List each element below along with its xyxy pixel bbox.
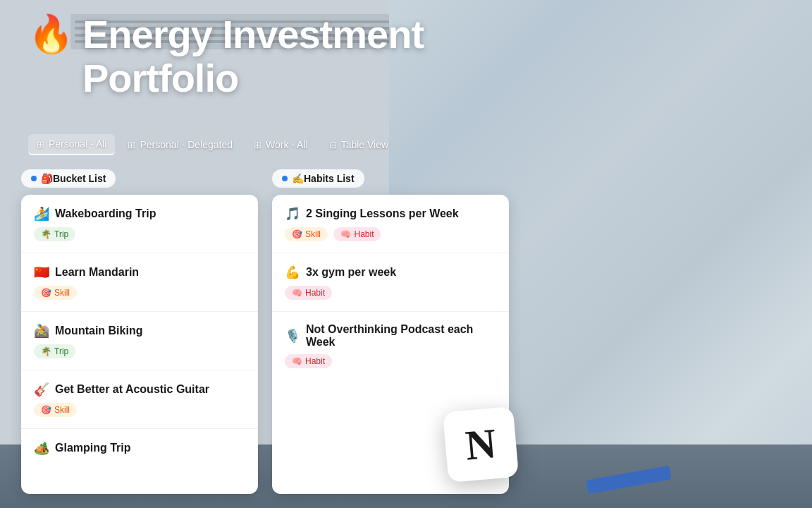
tag-label-trip-biking: Trip xyxy=(54,346,68,356)
tab-label-personal-ali: Personal - Ali xyxy=(49,138,106,150)
emoji-podcast: 🎙️ xyxy=(285,328,300,344)
fire-emoji: 🔥 xyxy=(28,16,74,52)
title-text-block: Energy Investment Portfolio xyxy=(82,13,424,99)
bucket-list-item-biking[interactable]: 🚵 Mountain Biking 🌴 Trip xyxy=(21,312,258,370)
habits-header-dot xyxy=(282,176,288,181)
tag-emoji-skill: 🎯 xyxy=(41,288,51,298)
tag-trip-wakeboarding[interactable]: 🌴 Trip xyxy=(34,227,75,241)
title-biking: Mountain Biking xyxy=(55,325,142,337)
tag-label-skill-guitar: Skill xyxy=(54,405,70,415)
tag-skill-singing[interactable]: 🎯 Skill xyxy=(285,227,328,241)
tab-label-work-all: Work - All xyxy=(266,139,308,150)
habits-list-header[interactable]: ✍️Habits List xyxy=(272,169,364,188)
tag-label-trip: Trip xyxy=(54,229,68,239)
title-line-2: Portfolio xyxy=(82,56,424,100)
card-title-mandarin: 🇨🇳 Learn Mandarin xyxy=(34,265,245,280)
title-line: 🔥 Energy Investment Portfolio xyxy=(28,13,516,99)
header-dot xyxy=(31,176,37,181)
habit-item-podcast[interactable]: 🎙️ Not Overthinking Podcast each Week 🧠 … xyxy=(272,312,509,380)
card-title-podcast: 🎙️ Not Overthinking Podcast each Week xyxy=(285,323,496,349)
tab-personal-ali[interactable]: ⊞ Personal - Ali xyxy=(28,134,115,155)
tag-label-habit-podcast: Habit xyxy=(305,356,325,366)
tag-emoji-habit-singing: 🧠 xyxy=(340,229,351,239)
tag-trip-biking[interactable]: 🌴 Trip xyxy=(34,344,75,358)
tabs-bar: ⊞ Personal - Ali ⊞ Personal - Delegated … xyxy=(28,134,397,155)
bucket-list-item-guitar[interactable]: 🎸 Get Better at Acoustic Guitar 🎯 Skill xyxy=(21,370,258,429)
emoji-singing: 🎵 xyxy=(285,206,300,222)
bucket-list-item-glamping[interactable]: 🏕️ Glamping Trip xyxy=(21,429,258,473)
tag-emoji-habit-podcast: 🧠 xyxy=(292,356,302,366)
title-glamping: Glamping Trip xyxy=(55,442,131,454)
tag-label-skill: Skill xyxy=(54,288,70,298)
tab-icon-personal-delegated: ⊞ xyxy=(128,140,135,150)
tag-skill-guitar[interactable]: 🎯 Skill xyxy=(34,403,77,417)
tag-emoji-trip: 🌴 xyxy=(41,229,51,239)
tag-habit-podcast[interactable]: 🧠 Habit xyxy=(285,354,332,368)
tag-emoji-habit-gym: 🧠 xyxy=(292,288,302,298)
bucket-list-item-wakeboarding[interactable]: 🏄 Wakeboarding Trip 🌴 Trip xyxy=(21,195,258,253)
tab-label-table-view: Table View xyxy=(341,139,388,150)
emoji-wakeboarding: 🏄 xyxy=(34,206,49,222)
emoji-mandarin: 🇨🇳 xyxy=(34,265,49,280)
tab-icon-personal-ali: ⊞ xyxy=(37,139,44,150)
tab-personal-delegated[interactable]: ⊞ Personal - Delegated xyxy=(119,135,241,155)
tag-habit-singing[interactable]: 🧠 Habit xyxy=(333,227,381,241)
emoji-guitar: 🎸 xyxy=(34,382,49,397)
notion-logo: N xyxy=(443,406,519,483)
title-singing: 2 Singing Lessons per Week xyxy=(306,207,459,220)
title-wakeboarding: Wakeboarding Trip xyxy=(55,207,156,220)
tag-emoji-trip-biking: 🌴 xyxy=(41,346,51,356)
tab-icon-work-all: ⊞ xyxy=(254,140,262,150)
tab-label-personal-delegated: Personal - Delegated xyxy=(140,139,233,150)
tab-icon-table-view: ⊟ xyxy=(329,140,337,150)
title-area: 🔥 Energy Investment Portfolio xyxy=(28,13,516,99)
content-area: 🎒Bucket List 🏄 Wakeboarding Trip 🌴 Trip xyxy=(21,169,509,494)
card-title-biking: 🚵 Mountain Biking xyxy=(34,323,245,339)
emoji-gym: 💪 xyxy=(285,265,300,280)
habit-item-gym[interactable]: 💪 3x gym per week 🧠 Habit xyxy=(272,253,509,312)
emoji-glamping: 🏕️ xyxy=(34,440,49,456)
title-mandarin: Learn Mandarin xyxy=(55,266,139,279)
tag-habit-gym[interactable]: 🧠 Habit xyxy=(285,286,332,300)
card-title-wakeboarding: 🏄 Wakeboarding Trip xyxy=(34,206,245,222)
tag-emoji-skill-singing: 🎯 xyxy=(292,229,302,239)
tag-label-habit-gym: Habit xyxy=(305,288,325,298)
tab-table-view[interactable]: ⊟ Table View xyxy=(321,135,397,155)
tag-label-habit-singing: Habit xyxy=(354,229,374,239)
bucket-list-panel: 🎒Bucket List 🏄 Wakeboarding Trip 🌴 Trip xyxy=(21,169,258,494)
notion-n-letter: N xyxy=(463,419,498,471)
emoji-biking: 🚵 xyxy=(34,323,49,339)
bucket-list-header[interactable]: 🎒Bucket List xyxy=(21,169,116,188)
tab-work-all[interactable]: ⊞ Work - All xyxy=(245,135,316,155)
title-podcast: Not Overthinking Podcast each Week xyxy=(306,323,496,349)
card-title-glamping: 🏕️ Glamping Trip xyxy=(34,440,245,456)
card-title-guitar: 🎸 Get Better at Acoustic Guitar xyxy=(34,382,245,397)
card-title-gym: 💪 3x gym per week xyxy=(285,265,496,280)
bucket-list-item-mandarin[interactable]: 🇨🇳 Learn Mandarin 🎯 Skill xyxy=(21,253,258,312)
ui-overlay: 🔥 Energy Investment Portfolio ⊞ Personal… xyxy=(0,0,812,508)
bucket-list-cards: 🏄 Wakeboarding Trip 🌴 Trip 🇨🇳 Learn Mand… xyxy=(21,195,258,494)
title-gym: 3x gym per week xyxy=(306,266,396,279)
tag-emoji-skill-guitar: 🎯 xyxy=(41,405,51,415)
card-title-singing: 🎵 2 Singing Lessons per Week xyxy=(285,206,496,222)
bucket-list-title: 🎒Bucket List xyxy=(41,173,106,184)
habits-list-title: ✍️Habits List xyxy=(292,173,355,184)
habit-item-singing[interactable]: 🎵 2 Singing Lessons per Week 🎯 Skill 🧠 H… xyxy=(272,195,509,253)
title-guitar: Get Better at Acoustic Guitar xyxy=(55,383,209,396)
title-line-1: Energy Investment xyxy=(82,13,424,56)
tag-skill-mandarin[interactable]: 🎯 Skill xyxy=(34,286,77,300)
tag-label-skill-singing: Skill xyxy=(305,229,321,239)
